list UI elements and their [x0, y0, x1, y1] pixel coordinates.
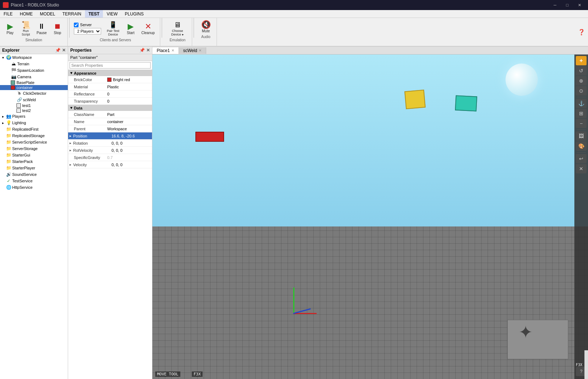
start-label: Start	[127, 31, 134, 35]
explorer-item-starter-gui[interactable]: 📁 StarterGui	[0, 152, 68, 158]
output-scrollbar[interactable]	[584, 350, 588, 379]
prop-parent[interactable]: Parent Workspace	[68, 125, 152, 132]
rt-sep-2	[577, 130, 586, 130]
data-section-header[interactable]: ▾ Data	[68, 105, 152, 111]
properties-close-icon[interactable]: ✕	[146, 48, 150, 53]
menu-model[interactable]: MODEL	[36, 10, 59, 18]
prop-classname[interactable]: ClassName Part	[68, 111, 152, 118]
stop-button[interactable]: ⏹ Stop	[50, 21, 65, 36]
players-dropdown[interactable]: 2 Players 1 Player 3 Players	[74, 28, 101, 34]
prop-velocity[interactable]: ▸ Velocity 0, 0, 0	[68, 161, 152, 168]
explorer-item-test-service[interactable]: ✓ TestService	[0, 178, 68, 184]
explorer-item-camera[interactable]: 📷 Camera	[0, 74, 68, 80]
properties-pin-icon[interactable]: 📌	[139, 48, 145, 53]
prop-rotation[interactable]: ▸ Rotation 0, 0, 0	[68, 140, 152, 147]
explorer-item-sound-service[interactable]: 🔊 SoundService	[0, 171, 68, 178]
prop-position[interactable]: ▸ Position 16.6, 8, -20.6	[68, 132, 152, 140]
menu-test[interactable]: TEST	[85, 10, 103, 18]
tab-scweld-close[interactable]: ✕	[199, 48, 201, 52]
choose-device-icon: 🖥	[173, 20, 182, 29]
explorer-item-starter-pack[interactable]: 📁 StarterPack	[0, 158, 68, 165]
rotvelocity-name: RotVelocity	[72, 148, 110, 153]
prop-material[interactable]: Material Plastic	[68, 83, 152, 90]
maximize-button[interactable]: □	[561, 1, 573, 9]
tab-scweld[interactable]: scWeld ✕	[179, 47, 206, 54]
menu-file[interactable]: FILE	[0, 10, 16, 18]
properties-search-input[interactable]	[70, 62, 151, 69]
prop-name-row[interactable]: Name container	[68, 118, 152, 125]
menu-home[interactable]: HOME	[16, 10, 36, 18]
mute-button[interactable]: 🔇 Mute	[199, 19, 213, 34]
toolbar-right: ❓	[578, 18, 588, 46]
tab-place1[interactable]: Place1 ✕	[152, 47, 179, 54]
explorer-item-sss[interactable]: 📁 ServerScriptService	[0, 139, 68, 145]
explorer-item-test2[interactable]: test2	[0, 108, 68, 113]
play-button[interactable]: ▶ Play	[3, 21, 17, 36]
prop-brickcolor[interactable]: BrickColor Bright red	[68, 76, 152, 83]
rt-undo-button[interactable]: ↩	[576, 154, 587, 163]
explorer-close-icon[interactable]: ✕	[62, 48, 66, 53]
menu-view[interactable]: VIEW	[103, 10, 121, 18]
minimize-button[interactable]: ─	[549, 1, 561, 9]
prop-reflectance[interactable]: Reflectance 0	[68, 90, 152, 98]
rt-paint-button[interactable]: 🎨	[576, 141, 587, 151]
cleanup-button[interactable]: ✕ Cleanup	[139, 21, 157, 36]
choose-device-label: ChooseDevice ▸	[171, 29, 184, 36]
explorer-item-players[interactable]: ▸ 👥 Players	[0, 113, 68, 120]
rt-add-button[interactable]: +	[576, 56, 587, 65]
prop-rotvelocity[interactable]: ▸ RotVelocity 0, 0, 0	[68, 147, 152, 154]
rt-image-button[interactable]: 🖼	[576, 131, 587, 141]
explorer-item-container[interactable]: container	[0, 85, 68, 90]
rf-icon: 📁	[6, 126, 11, 132]
prop-specificgravity[interactable]: SpecificGravity 0.7	[68, 154, 152, 161]
simulation-row: ▶ Play 📜 RunScript ⏸ Pause ⏹ Stop	[3, 19, 65, 37]
rt-close-button[interactable]: ✕	[576, 164, 587, 173]
rt-rotate-button[interactable]: ↺	[576, 66, 587, 75]
explorer-item-server-storage[interactable]: 📁 ServerStorage	[0, 145, 68, 152]
choose-device-button[interactable]: 🖥 ChooseDevice ▸	[169, 19, 186, 37]
explorer-item-starter-player[interactable]: 📁 StarterPlayer	[0, 165, 68, 171]
close-button[interactable]: ✕	[574, 1, 585, 9]
rt-grid-button[interactable]: ⊞	[576, 109, 587, 118]
workspace-label: Workspace	[12, 55, 32, 60]
pair-test-button[interactable]: 📱 Pair TestDevice	[104, 19, 122, 37]
explorer-item-replicated-first[interactable]: 📁 ReplicatedFirst	[0, 126, 68, 132]
position-name: Position	[72, 133, 110, 139]
tab-place1-close[interactable]: ✕	[171, 48, 174, 52]
rt-minus-button[interactable]: −	[576, 119, 587, 128]
appearance-section-header[interactable]: ▾ Appearance	[68, 70, 152, 76]
rs-icon: 📁	[6, 133, 11, 139]
workspace-icon: 🌍	[6, 55, 11, 60]
server-checkbox[interactable]	[74, 23, 79, 27]
explorer-item-baseplate[interactable]: BasePlate	[0, 80, 68, 85]
explorer-item-spawn[interactable]: 🏁 SpawnLocation	[0, 67, 68, 74]
rt-scale-button[interactable]: ⊕	[576, 76, 587, 85]
explorer-item-lighting[interactable]: ▸ 💡 Lighting	[0, 120, 68, 126]
velocity-name: Velocity	[72, 162, 110, 168]
tab-scweld-label: scWeld	[183, 48, 197, 53]
prop-transparency[interactable]: Transparency 0	[68, 98, 152, 105]
transparency-value: 0	[106, 98, 152, 104]
explorer-item-workspace[interactable]: ▾ 🌍 Workspace	[0, 54, 68, 61]
run-script-button[interactable]: 📜 RunScript	[19, 19, 33, 37]
spawn-icon: 🏁	[11, 67, 16, 73]
clients-row: Server 2 Players 1 Player 3 Players 📱 Pa…	[74, 19, 157, 37]
menu-terrain[interactable]: TERRAIN	[59, 10, 85, 18]
explorer-item-terrain[interactable]: ⛰ Terrain	[0, 61, 68, 67]
test1-label: test1	[22, 103, 31, 108]
pause-button[interactable]: ⏸ Pause	[34, 21, 49, 36]
explorer-item-replicated-storage[interactable]: 📁 ReplicatedStorage	[0, 132, 68, 139]
classname-name: ClassName	[68, 112, 106, 117]
menu-plugins[interactable]: PLUGINS	[121, 10, 147, 18]
explorer-item-http-service[interactable]: 🌐 HttpService	[0, 184, 68, 191]
explorer-item-clickdetector[interactable]: 🖱 ClickDetector	[0, 90, 68, 97]
start-button[interactable]: ▶ Start	[123, 21, 138, 36]
rt-select-button[interactable]: ⊙	[576, 86, 587, 95]
explorer-pin-icon[interactable]: 📌	[55, 48, 61, 53]
viewport[interactable]: Place1 ✕ scWeld ✕ ✦	[152, 47, 588, 379]
explorer-content: ▾ 🌍 Workspace ⛰ Terrain 🏁 SpawnLocation …	[0, 54, 68, 379]
explorer-item-scweld[interactable]: 🔗 scWeld	[0, 97, 68, 103]
explorer-item-test1[interactable]: test1	[0, 103, 68, 108]
help-icon[interactable]: ❓	[578, 29, 585, 36]
rt-anchor-button[interactable]: ⚓	[576, 99, 587, 108]
